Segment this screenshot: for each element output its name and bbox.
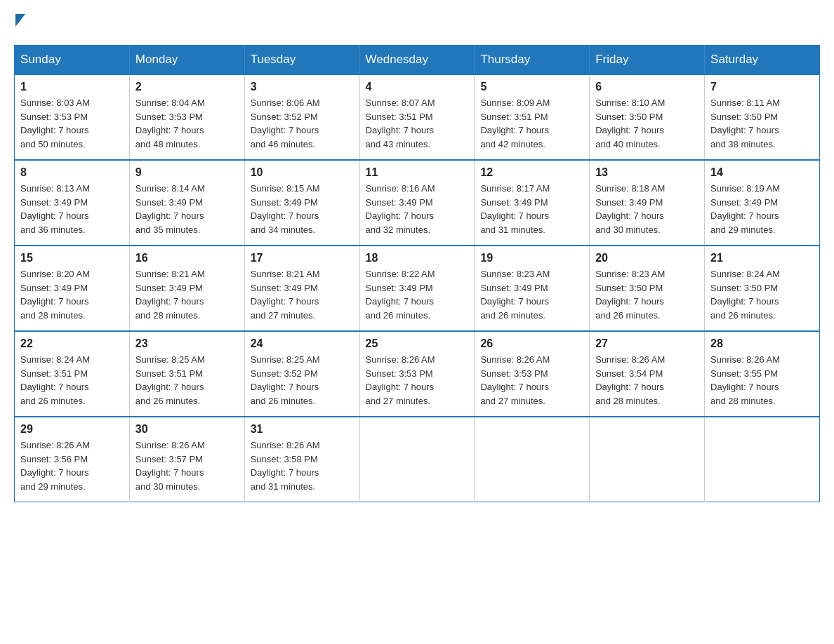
day-number: 19 bbox=[480, 252, 583, 264]
day-info: Sunrise: 8:19 AM Sunset: 3:49 PM Dayligh… bbox=[710, 182, 814, 236]
day-number: 27 bbox=[595, 337, 699, 350]
calendar-day-cell: 13 Sunrise: 8:18 AM Sunset: 3:49 PM Dayl… bbox=[590, 160, 705, 246]
day-number: 20 bbox=[595, 252, 699, 264]
day-number: 10 bbox=[251, 166, 354, 179]
day-info: Sunrise: 8:09 AM Sunset: 3:51 PM Dayligh… bbox=[480, 96, 583, 151]
day-info: Sunrise: 8:03 AM Sunset: 3:53 PM Dayligh… bbox=[20, 96, 124, 151]
day-number: 29 bbox=[20, 423, 124, 436]
day-info: Sunrise: 8:21 AM Sunset: 3:49 PM Dayligh… bbox=[135, 267, 239, 322]
calendar-day-cell: 30 Sunrise: 8:26 AM Sunset: 3:57 PM Dayl… bbox=[129, 417, 244, 502]
day-info: Sunrise: 8:25 AM Sunset: 3:52 PM Dayligh… bbox=[251, 353, 354, 408]
day-info: Sunrise: 8:18 AM Sunset: 3:49 PM Dayligh… bbox=[595, 182, 699, 236]
calendar-day-cell: 2 Sunrise: 8:04 AM Sunset: 3:53 PM Dayli… bbox=[129, 74, 244, 160]
calendar-day-cell: 19 Sunrise: 8:23 AM Sunset: 3:49 PM Dayl… bbox=[475, 246, 590, 331]
calendar-day-cell: 20 Sunrise: 8:23 AM Sunset: 3:50 PM Dayl… bbox=[590, 246, 705, 331]
day-number: 2 bbox=[135, 81, 239, 93]
day-info: Sunrise: 8:23 AM Sunset: 3:50 PM Dayligh… bbox=[595, 267, 699, 322]
calendar-week-row: 1 Sunrise: 8:03 AM Sunset: 3:53 PM Dayli… bbox=[15, 74, 820, 160]
calendar-day-cell bbox=[590, 417, 705, 502]
day-of-week-header: Thursday bbox=[475, 46, 590, 75]
day-info: Sunrise: 8:06 AM Sunset: 3:52 PM Dayligh… bbox=[251, 96, 354, 151]
day-number: 28 bbox=[710, 337, 814, 350]
day-number: 22 bbox=[20, 337, 124, 350]
calendar-week-row: 29 Sunrise: 8:26 AM Sunset: 3:56 PM Dayl… bbox=[15, 417, 820, 502]
day-number: 23 bbox=[135, 337, 239, 350]
day-info: Sunrise: 8:25 AM Sunset: 3:51 PM Dayligh… bbox=[135, 353, 239, 408]
day-info: Sunrise: 8:26 AM Sunset: 3:55 PM Dayligh… bbox=[710, 353, 814, 408]
calendar-day-cell bbox=[475, 417, 590, 502]
day-number: 31 bbox=[251, 423, 354, 436]
calendar-day-cell: 28 Sunrise: 8:26 AM Sunset: 3:55 PM Dayl… bbox=[705, 331, 820, 417]
calendar-day-cell: 18 Sunrise: 8:22 AM Sunset: 3:49 PM Dayl… bbox=[359, 246, 475, 331]
day-number: 26 bbox=[480, 337, 583, 350]
day-info: Sunrise: 8:26 AM Sunset: 3:54 PM Dayligh… bbox=[595, 353, 699, 408]
day-number: 14 bbox=[710, 166, 814, 179]
calendar-day-cell bbox=[705, 417, 820, 502]
calendar-day-cell: 27 Sunrise: 8:26 AM Sunset: 3:54 PM Dayl… bbox=[590, 331, 705, 417]
day-info: Sunrise: 8:07 AM Sunset: 3:51 PM Dayligh… bbox=[366, 96, 469, 151]
day-number: 3 bbox=[251, 81, 354, 93]
day-of-week-header: Saturday bbox=[705, 46, 820, 75]
day-info: Sunrise: 8:23 AM Sunset: 3:49 PM Dayligh… bbox=[480, 267, 583, 322]
day-info: Sunrise: 8:10 AM Sunset: 3:50 PM Dayligh… bbox=[595, 96, 699, 151]
calendar-day-cell: 15 Sunrise: 8:20 AM Sunset: 3:49 PM Dayl… bbox=[15, 246, 130, 331]
calendar-day-cell: 14 Sunrise: 8:19 AM Sunset: 3:49 PM Dayl… bbox=[705, 160, 820, 246]
day-of-week-header: Tuesday bbox=[244, 46, 359, 75]
day-number: 15 bbox=[20, 252, 124, 264]
calendar-day-cell: 6 Sunrise: 8:10 AM Sunset: 3:50 PM Dayli… bbox=[590, 74, 705, 160]
day-of-week-header: Wednesday bbox=[359, 46, 475, 75]
calendar-day-cell: 4 Sunrise: 8:07 AM Sunset: 3:51 PM Dayli… bbox=[359, 74, 475, 160]
day-info: Sunrise: 8:15 AM Sunset: 3:49 PM Dayligh… bbox=[251, 182, 354, 236]
calendar-header-row: SundayMondayTuesdayWednesdayThursdayFrid… bbox=[15, 46, 820, 75]
calendar-day-cell: 24 Sunrise: 8:25 AM Sunset: 3:52 PM Dayl… bbox=[244, 331, 359, 417]
calendar-day-cell: 29 Sunrise: 8:26 AM Sunset: 3:56 PM Dayl… bbox=[15, 417, 130, 502]
day-number: 9 bbox=[135, 166, 239, 179]
calendar-day-cell: 16 Sunrise: 8:21 AM Sunset: 3:49 PM Dayl… bbox=[129, 246, 244, 331]
day-number: 4 bbox=[366, 81, 469, 93]
day-number: 12 bbox=[480, 166, 583, 179]
calendar-day-cell: 12 Sunrise: 8:17 AM Sunset: 3:49 PM Dayl… bbox=[475, 160, 590, 246]
calendar-day-cell: 3 Sunrise: 8:06 AM Sunset: 3:52 PM Dayli… bbox=[244, 74, 359, 160]
day-info: Sunrise: 8:13 AM Sunset: 3:49 PM Dayligh… bbox=[20, 182, 124, 236]
logo bbox=[14, 14, 25, 31]
calendar-day-cell: 26 Sunrise: 8:26 AM Sunset: 3:53 PM Dayl… bbox=[475, 331, 590, 417]
calendar-day-cell: 7 Sunrise: 8:11 AM Sunset: 3:50 PM Dayli… bbox=[705, 74, 820, 160]
day-info: Sunrise: 8:24 AM Sunset: 3:50 PM Dayligh… bbox=[710, 267, 814, 322]
day-number: 16 bbox=[135, 252, 239, 264]
day-number: 13 bbox=[595, 166, 699, 179]
calendar-day-cell: 10 Sunrise: 8:15 AM Sunset: 3:49 PM Dayl… bbox=[244, 160, 359, 246]
calendar-day-cell: 1 Sunrise: 8:03 AM Sunset: 3:53 PM Dayli… bbox=[15, 74, 130, 160]
day-number: 1 bbox=[20, 81, 124, 93]
calendar-day-cell: 8 Sunrise: 8:13 AM Sunset: 3:49 PM Dayli… bbox=[15, 160, 130, 246]
calendar-day-cell: 11 Sunrise: 8:16 AM Sunset: 3:49 PM Dayl… bbox=[359, 160, 475, 246]
calendar-day-cell: 23 Sunrise: 8:25 AM Sunset: 3:51 PM Dayl… bbox=[129, 331, 244, 417]
day-info: Sunrise: 8:14 AM Sunset: 3:49 PM Dayligh… bbox=[135, 182, 239, 236]
day-info: Sunrise: 8:20 AM Sunset: 3:49 PM Dayligh… bbox=[20, 267, 124, 322]
day-info: Sunrise: 8:21 AM Sunset: 3:49 PM Dayligh… bbox=[251, 267, 354, 322]
day-of-week-header: Monday bbox=[129, 46, 244, 75]
day-info: Sunrise: 8:11 AM Sunset: 3:50 PM Dayligh… bbox=[710, 96, 814, 151]
logo-arrow-icon bbox=[15, 14, 25, 27]
calendar-day-cell: 21 Sunrise: 8:24 AM Sunset: 3:50 PM Dayl… bbox=[705, 246, 820, 331]
calendar-day-cell: 5 Sunrise: 8:09 AM Sunset: 3:51 PM Dayli… bbox=[475, 74, 590, 160]
day-number: 18 bbox=[366, 252, 469, 264]
day-number: 30 bbox=[135, 423, 239, 436]
day-info: Sunrise: 8:26 AM Sunset: 3:53 PM Dayligh… bbox=[480, 353, 583, 408]
day-info: Sunrise: 8:26 AM Sunset: 3:56 PM Dayligh… bbox=[20, 438, 124, 493]
day-info: Sunrise: 8:26 AM Sunset: 3:53 PM Dayligh… bbox=[366, 353, 469, 408]
calendar-day-cell: 9 Sunrise: 8:14 AM Sunset: 3:49 PM Dayli… bbox=[129, 160, 244, 246]
calendar-day-cell: 22 Sunrise: 8:24 AM Sunset: 3:51 PM Dayl… bbox=[15, 331, 130, 417]
calendar-day-cell: 31 Sunrise: 8:26 AM Sunset: 3:58 PM Dayl… bbox=[244, 417, 359, 502]
day-info: Sunrise: 8:17 AM Sunset: 3:49 PM Dayligh… bbox=[480, 182, 583, 236]
day-info: Sunrise: 8:26 AM Sunset: 3:58 PM Dayligh… bbox=[251, 438, 354, 493]
day-number: 24 bbox=[251, 337, 354, 350]
calendar-week-row: 22 Sunrise: 8:24 AM Sunset: 3:51 PM Dayl… bbox=[15, 331, 820, 417]
day-of-week-header: Friday bbox=[590, 46, 705, 75]
day-info: Sunrise: 8:16 AM Sunset: 3:49 PM Dayligh… bbox=[366, 182, 469, 236]
calendar-day-cell bbox=[359, 417, 475, 502]
calendar-day-cell: 25 Sunrise: 8:26 AM Sunset: 3:53 PM Dayl… bbox=[359, 331, 475, 417]
day-number: 11 bbox=[366, 166, 469, 179]
day-info: Sunrise: 8:24 AM Sunset: 3:51 PM Dayligh… bbox=[20, 353, 124, 408]
day-info: Sunrise: 8:22 AM Sunset: 3:49 PM Dayligh… bbox=[366, 267, 469, 322]
page-header bbox=[14, 14, 820, 31]
